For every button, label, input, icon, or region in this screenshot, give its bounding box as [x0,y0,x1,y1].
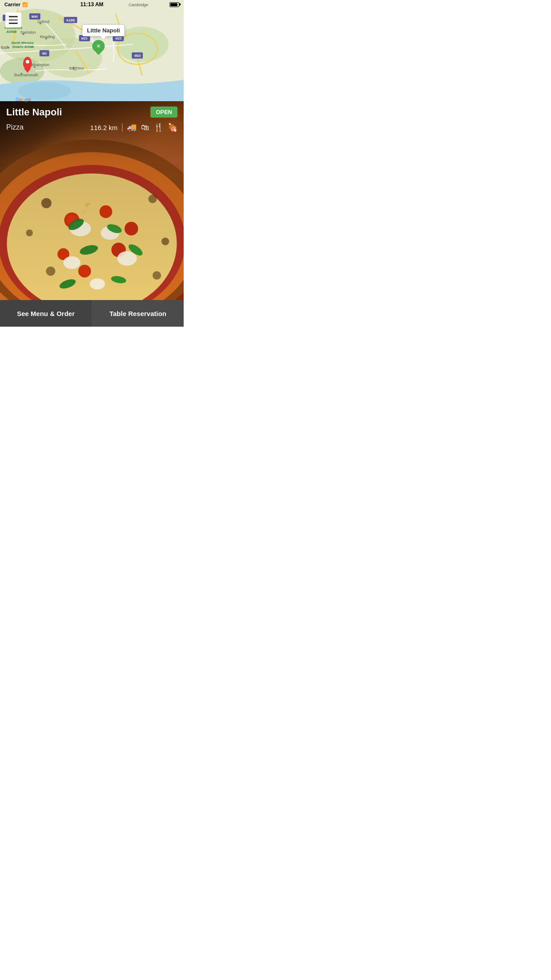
table-reservation-button[interactable]: Table Reservation [92,300,184,327]
map-tooltip: Little Napoli [82,24,125,36]
action-bar: See Menu & Order Table Reservation [0,300,184,327]
svg-text:M3: M3 [42,52,47,55]
green-pin-body [90,37,107,55]
svg-text:A1(M): A1(M) [66,19,75,22]
user-location-pin [23,57,32,69]
status-bar: Carrier 📶 11:13 AM [0,0,184,9]
svg-point-40 [73,68,75,70]
svg-point-36 [34,66,35,68]
status-time: 11:13 AM [80,1,103,8]
divider-bar [122,123,122,131]
delivery-icon: 🚚 [127,122,137,132]
svg-text:Downs AONB: Downs AONB [12,45,34,49]
outdoor-icon: 🍖 [168,122,177,132]
carrier-text: Carrier [4,2,20,7]
hamburger-line-1 [9,16,18,17]
svg-point-39 [8,47,9,48]
hamburger-line-3 [9,23,18,24]
svg-text:North Wessex: North Wessex [12,41,34,45]
distance-text: 116.2 km [90,124,118,131]
svg-point-33 [39,23,41,24]
svg-text:AONB: AONB [6,30,17,34]
restaurant-card: Little Napoli OPEN Pizza 116.2 km 🚚 🛍 🍴 … [0,101,184,300]
svg-text:M25: M25 [81,37,87,40]
status-right [169,2,179,7]
cuisine-type: Pizza [6,123,24,131]
card-subtitle: Pizza 116.2 km 🚚 🛍 🍴 🍖 [0,122,184,132]
svg-point-34 [23,33,24,35]
tooltip-text: Little Napoli [87,27,120,34]
svg-text:Reading: Reading [40,35,55,39]
map-section[interactable]: M5 M40 A1(M) M25 M25 M3 M23 Cambridge Ox… [0,0,184,107]
google-watermark: Google [16,97,31,102]
restaurant-map-pin[interactable] [92,40,105,52]
pizza-image: Little Napoli OPEN Pizza 116.2 km 🚚 🛍 🍴 … [0,101,184,300]
red-pin-body [23,57,32,69]
svg-text:M40: M40 [31,15,38,18]
red-pin-dot [26,60,29,63]
carrier-label: Carrier 📶 [4,2,28,7]
map-svg: M5 M40 A1(M) M25 M25 M3 M23 Cambridge Ox… [0,0,184,107]
svg-text:Oxford: Oxford [37,20,49,24]
svg-text:Brighton: Brighton [69,66,84,71]
hamburger-line-2 [9,20,18,21]
distance-icons: 116.2 km 🚚 🛍 🍴 🍖 [90,122,177,132]
svg-point-35 [45,38,47,40]
hamburger-menu[interactable] [5,12,21,28]
svg-text:M23: M23 [134,54,141,57]
see-menu-button[interactable]: See Menu & Order [0,300,92,327]
wifi-icon: 📶 [22,2,28,7]
card-header: Little Napoli OPEN [0,101,184,122]
open-badge: OPEN [150,107,177,118]
battery-icon [169,2,179,7]
svg-text:Bournemouth: Bournemouth [14,73,38,77]
dinein-icon: 🍴 [153,122,163,132]
restaurant-name: Little Napoli [6,107,62,118]
svg-point-38 [20,73,22,75]
svg-text:M25: M25 [115,37,122,40]
takeaway-icon: 🛍 [141,123,149,132]
